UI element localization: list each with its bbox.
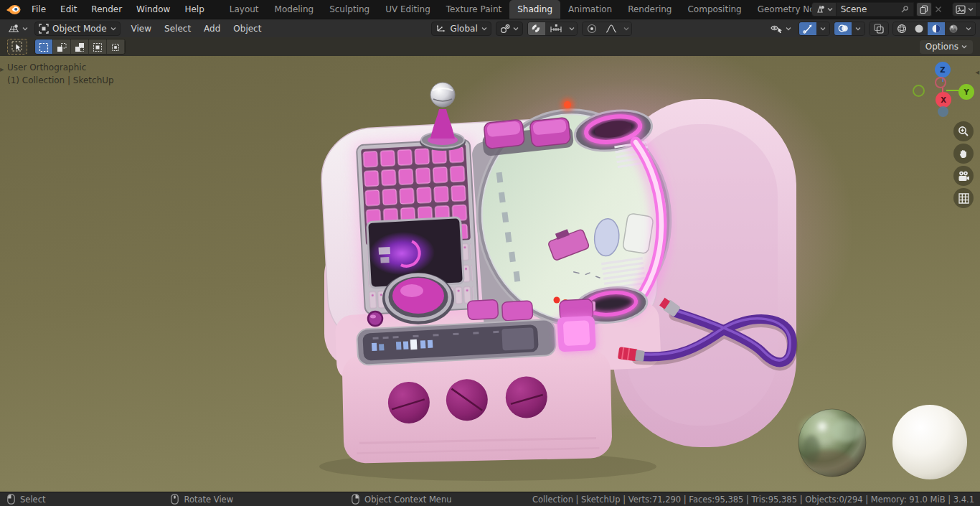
mode-dropdown[interactable]: Object Mode [34,22,121,36]
mode-label: Object Mode [51,24,108,34]
menu-view[interactable]: View [125,19,158,38]
workspace-tab-texture-paint[interactable]: Texture Paint [438,0,509,19]
shading-wireframe-button[interactable] [893,22,910,36]
workspace-tab-compositing[interactable]: Compositing [679,0,749,19]
mouse-middle-icon [171,494,179,505]
gizmo-icon [803,24,813,34]
zoom-button[interactable] [953,121,974,141]
snap-target-dropdown[interactable] [545,22,567,36]
menu-edit[interactable]: Edit [53,0,84,19]
menu-render[interactable]: Render [84,0,129,19]
shading-material-preview-button[interactable] [928,22,945,36]
menu-help[interactable]: Help [177,0,211,19]
tool-settings-bar: Options [0,37,980,56]
shading-rendered-button[interactable] [945,22,962,36]
overlays-icon [838,24,849,33]
editor-type-button[interactable] [4,22,32,36]
select-mode-extend-button[interactable] [53,39,71,55]
workspace-tab-layout[interactable]: Layout [222,0,267,19]
gizmo-axis-y[interactable]: Y [958,84,974,100]
transform-controls: Global [431,22,631,36]
scene-browse-button[interactable] [811,2,837,17]
chevron-down-icon[interactable] [852,22,864,36]
view-layer-browse-button[interactable] [952,2,977,17]
material-preview-sphere-icon [931,24,941,34]
hint-select: Select [7,494,45,505]
select-mode-intersect-button[interactable] [107,39,125,55]
active-tool-select-box[interactable] [7,39,27,55]
menu-file[interactable]: File [24,0,53,19]
workspace-tab-geometry-nodes[interactable]: Geometry Noc [750,0,811,19]
options-button[interactable]: Options [920,40,973,54]
show-overlays-toggle[interactable] [834,22,852,36]
xray-icon [874,24,884,34]
rendered-sphere-icon [948,24,958,34]
hdri-preview-sphere [798,409,866,477]
pan-button[interactable] [953,144,974,164]
gizmos-group [798,22,830,36]
perspective-toggle-button[interactable] [953,188,974,208]
hint-label: Select [20,495,45,505]
overlays-group [834,22,865,36]
gizmo-axis-z[interactable]: Z [935,62,951,78]
xray-toggle[interactable] [869,22,889,36]
transform-orientation-dropdown[interactable]: Global [431,22,491,36]
pivot-point-dropdown[interactable] [496,22,523,36]
menu-window[interactable]: Window [129,0,177,19]
front-knob-panel [341,349,612,464]
blender-logo-icon[interactable] [6,3,22,16]
pivot-icon [500,24,511,34]
workspace-tab-modeling[interactable]: Modeling [267,0,322,19]
chevron-down-icon[interactable] [816,22,829,36]
hand-icon [958,148,969,159]
camera-view-button[interactable] [953,166,974,186]
scene-name: Scene [841,4,867,14]
gizmo-axis-z-neg[interactable] [938,106,948,117]
chevron-down-icon[interactable] [621,22,631,36]
scene-name-field[interactable]: Scene [837,2,914,17]
menu-object[interactable]: Object [227,19,268,38]
workspace-tab-uv-editing[interactable]: UV Editing [377,0,438,19]
scene-unlink-button[interactable] [932,2,945,17]
chevron-down-icon [513,27,519,31]
mouse-right-icon [352,494,359,505]
navigation-gizmo[interactable]: Z Y X [905,57,977,122]
3d-viewport[interactable]: User Orthographic (1) Collection | Sketc… [0,56,980,492]
workspace-tab-animation[interactable]: Animation [560,0,620,19]
chevron-down-icon [110,27,116,31]
view-layer-icon [956,5,966,14]
select-mode-buttons [34,39,126,55]
chevron-down-icon[interactable] [962,22,975,36]
diffuse-preview-sphere [892,405,967,479]
view-layer-name-field[interactable]: ViewLayer [977,2,980,17]
object-visibility-dropdown[interactable] [767,22,795,36]
workspace-tab-sculpting[interactable]: Sculpting [321,0,377,19]
menu-select[interactable]: Select [158,19,197,38]
snap-increment-icon [550,24,562,33]
workspace-tab-rendering[interactable]: Rendering [620,0,679,19]
show-gizmo-toggle[interactable] [799,22,816,36]
scene-new-copy-button[interactable] [916,2,932,17]
zoom-icon [958,126,969,137]
gizmo-axis-y-neg[interactable] [913,85,925,97]
snap-toggle[interactable] [528,22,545,36]
gizmo-axis-x[interactable]: X [936,92,951,108]
chevron-down-icon [786,27,791,31]
red-indicator-light [561,98,574,111]
pin-icon[interactable] [900,5,909,14]
gizmo-axis-x-neg[interactable] [935,77,946,88]
select-mode-subtract-button[interactable] [71,39,89,55]
proportional-falloff-dropdown[interactable] [601,22,621,36]
select-mode-invert-button[interactable] [89,39,107,55]
menu-add[interactable]: Add [197,19,227,38]
select-mode-set-button[interactable] [35,39,53,55]
chevron-down-icon[interactable] [567,22,577,36]
options-label: Options [925,42,958,52]
workspace-tab-shading[interactable]: Shading [509,0,560,19]
hint-rotate-view: Rotate View [171,494,233,505]
context-label: (1) Collection | SketchUp [7,75,114,85]
toolbar-expand-arrow[interactable]: ▸ [0,65,4,74]
proportional-edit-toggle[interactable] [583,22,601,36]
shading-solid-button[interactable] [910,22,928,36]
shading-mode-group [892,22,976,36]
